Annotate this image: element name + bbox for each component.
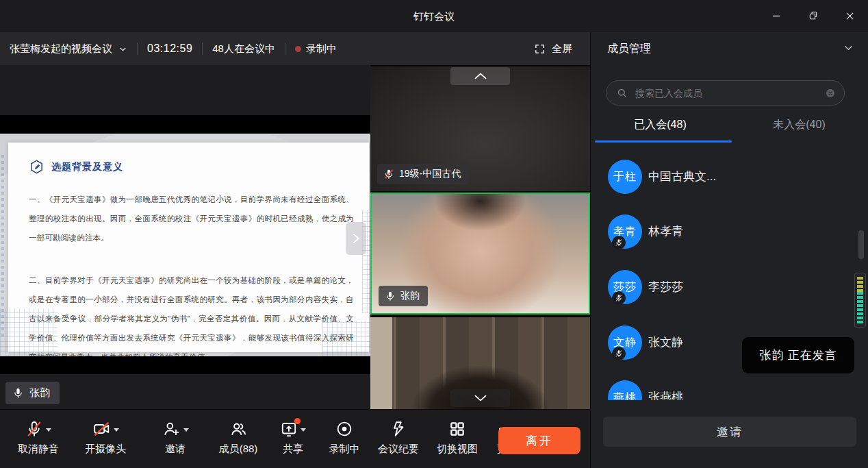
recording-label: 录制中 (329, 443, 360, 456)
panel-collapse-button[interactable] (843, 42, 854, 56)
chevron-down-icon (843, 42, 854, 53)
minimize-icon (771, 10, 782, 21)
chevron-down-icon (474, 393, 487, 403)
avatar: 于柱 (608, 160, 642, 194)
camera-off-icon (92, 420, 111, 438)
notification-badge (294, 418, 301, 424)
fullscreen-label: 全屏 (552, 42, 572, 56)
member-row[interactable]: 于柱 中国古典文... (591, 160, 868, 194)
switch-view-button[interactable]: 切换视图 (427, 419, 487, 456)
member-panel-header: 成员管理 (591, 32, 868, 65)
caret-icon[interactable] (183, 428, 189, 432)
shared-slide: 选题背景及意义 一、《开元天宝遗事》做为一部晚唐五代优秀的笔记小说，目前学界尚未… (0, 134, 370, 356)
invite-members-button[interactable]: 邀请 (603, 417, 856, 447)
recording-button[interactable]: 录制中 (319, 419, 370, 456)
slide-grid-decoration (322, 321, 370, 356)
slide-title: 选题背景及意义 (51, 161, 123, 173)
leave-button[interactable]: 离开 (498, 427, 580, 454)
switch-view-label: 切换视图 (437, 443, 478, 456)
slide-next-button[interactable] (346, 222, 366, 255)
caret-icon[interactable] (46, 428, 51, 432)
members-button[interactable]: 成员(88) (209, 419, 267, 456)
member-search-input[interactable] (634, 87, 825, 99)
scrollbar[interactable] (858, 230, 864, 259)
member-panel: 成员管理 已入会(48) 未入会(40) 于柱 中国古典文... 孝青 (590, 32, 868, 468)
member-name: 张燕桃 (648, 380, 683, 400)
volume-meter (854, 273, 866, 328)
member-name: 林孝青 (648, 214, 683, 249)
member-name: 张文静 (648, 325, 683, 360)
speaker-name: 张韵 (29, 386, 50, 399)
camera-label: 开摄像头 (85, 443, 126, 456)
tile-name-label: 19级-中国古代 (377, 164, 469, 184)
close-button[interactable] (831, 0, 868, 32)
video-strip: 19级-中国古代 张韵 (370, 65, 590, 409)
avatar: 燕桃 (608, 380, 642, 400)
slide-title-row: 选题背景及意义 (29, 159, 354, 175)
caret-icon[interactable] (114, 428, 119, 432)
meeting-title: 张莹梅发起的视频会议 (10, 42, 112, 56)
chevron-right-icon (350, 230, 362, 247)
slide-content-card: 选题背景及意义 一、《开元天宝遗事》做为一部晚唐五代优秀的笔记小说，目前学界尚未… (8, 143, 369, 352)
unmute-label: 取消静音 (18, 443, 59, 456)
title-bar: 钉钉会议 (0, 0, 868, 33)
members-icon (229, 420, 248, 438)
record-dot-icon (295, 46, 301, 52)
participant-count: 48人在会议中 (212, 42, 275, 56)
minimize-button[interactable] (758, 0, 795, 32)
divider (285, 42, 285, 55)
meeting-info-bar: 张莹梅发起的视频会议 03:12:59 48人在会议中 录制中 全屏 (0, 32, 590, 65)
close-icon (845, 11, 855, 21)
meeting-minutes-button[interactable]: 会议纪要 (370, 419, 427, 456)
chevron-up-icon (474, 71, 487, 81)
tab-joined[interactable]: 已入会(48) (591, 110, 730, 143)
member-name: 中国古典文... (648, 160, 716, 194)
volume-meter-low (857, 292, 863, 323)
flash-icon (390, 420, 407, 438)
divider (202, 42, 203, 55)
slide-paragraph-2: 二、目前学界对于《开元天宝遗事》的研究尚出在一个较为基础的阶段，或是单篇的论文，… (29, 271, 354, 356)
caret-icon[interactable] (301, 428, 306, 432)
mic-muted-icon (383, 169, 394, 180)
video-tile-active-speaker[interactable]: 张韵 (370, 193, 590, 315)
member-name: 李莎莎 (648, 270, 683, 304)
member-row[interactable]: 孝青 林孝青 (591, 214, 868, 249)
strip-scroll-down-button[interactable] (450, 389, 510, 407)
tile-name-label: 张韵 (379, 286, 428, 306)
video-tile[interactable]: 19级-中国古代 (370, 66, 590, 191)
meeting-timer: 03:12:59 (147, 42, 192, 55)
share-screen-button[interactable]: 共享 (267, 419, 319, 456)
unmute-button[interactable]: 取消静音 (7, 419, 70, 456)
invite-button[interactable]: 邀请 (141, 419, 209, 456)
member-row[interactable]: 燕桃 张燕桃 (591, 380, 868, 400)
member-row[interactable]: 莎莎 李莎莎 (591, 270, 868, 304)
recording-status-text: 录制中 (306, 42, 337, 56)
fullscreen-icon (534, 43, 546, 55)
tile-name: 19级-中国古代 (399, 168, 461, 180)
tab-not-joined[interactable]: 未入会(40) (730, 110, 868, 143)
volume-meter-high (857, 277, 863, 292)
mic-muted-badge-icon (612, 347, 626, 360)
restore-icon (808, 10, 819, 21)
window-title: 钉钉会议 (0, 0, 868, 32)
slide-grid-decoration (0, 308, 58, 356)
member-search-box[interactable] (606, 80, 845, 106)
strip-scroll-up-button[interactable] (450, 67, 510, 85)
record-icon (335, 420, 353, 438)
camera-on-button[interactable]: 开摄像头 (70, 419, 141, 456)
stage-speaker-label: 张韵 (5, 382, 60, 404)
member-panel-title: 成员管理 (607, 32, 651, 65)
pencil-hexagon-icon (29, 159, 44, 175)
members-label: 成员(88) (219, 443, 258, 456)
chevron-down-icon (118, 45, 127, 53)
recording-indicator: 录制中 (295, 42, 337, 56)
maximize-button[interactable] (795, 0, 832, 32)
meeting-title-dropdown[interactable]: 张莹梅发起的视频会议 (10, 42, 127, 56)
member-tabs: 已入会(48) 未入会(40) (591, 110, 868, 143)
clear-search-icon[interactable] (825, 88, 836, 99)
tile-name: 张韵 (400, 290, 420, 302)
slide-dash-decoration (1, 153, 4, 336)
shared-screen-stage: 选题背景及意义 一、《开元天宝遗事》做为一部晚唐五代优秀的笔记小说，目前学界尚未… (0, 65, 370, 409)
mic-on-icon (385, 291, 396, 301)
fullscreen-button[interactable]: 全屏 (534, 32, 572, 65)
